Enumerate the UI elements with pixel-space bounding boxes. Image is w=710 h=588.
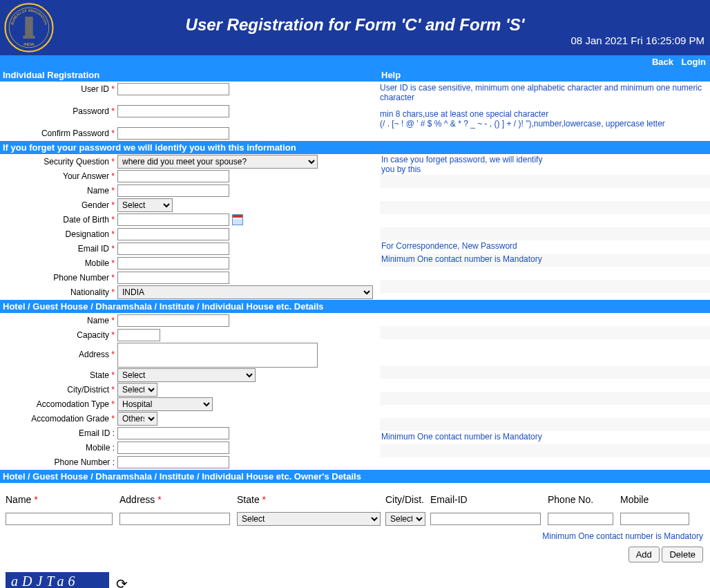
label-accgrade: Accomodation Grade *	[0, 414, 117, 424]
label-secq: Security Question *	[0, 157, 117, 167]
userid-input[interactable]	[117, 83, 229, 95]
email-input[interactable]	[117, 243, 229, 255]
label-state: State *	[0, 370, 117, 380]
label-acctype: Accomodation Type *	[0, 399, 117, 409]
owner-address-input[interactable]	[119, 513, 230, 525]
acctype-select[interactable]: Hospital	[117, 397, 213, 411]
capacity-input[interactable]	[117, 329, 160, 341]
mobile-input[interactable]	[117, 257, 229, 269]
gov-emblem-logo: BUREAU OF IMMIGRATION INDIA	[4, 3, 54, 53]
svg-rect-3	[23, 36, 35, 39]
section-registration: Individual Registration	[0, 68, 378, 82]
help-column-hotel: Minimum One contact number is Mandatory	[378, 313, 710, 457]
label-password: Password *	[0, 106, 117, 116]
phone-input[interactable]	[117, 272, 229, 284]
owner-email-input[interactable]	[430, 513, 541, 525]
gender-select[interactable]: Select	[117, 198, 173, 212]
calendar-icon[interactable]	[232, 214, 243, 225]
label-userid: User ID *	[0, 84, 117, 94]
label-dob: Date of Birth *	[0, 215, 117, 225]
address-textarea[interactable]	[117, 343, 318, 368]
designation-input[interactable]	[117, 228, 229, 240]
server-time: 08 Jan 2021 Fri 16:25:09 PM	[571, 35, 704, 46]
label-phone: Phone Number *	[0, 273, 117, 283]
captcha-area: aDJTa6 ⟳ Type the code shown above:	[0, 565, 710, 588]
help-userid: User ID is case sensitive, minimum one a…	[380, 82, 710, 104]
page-title: User Registration for Form 'C' and Form …	[0, 0, 710, 35]
captcha-image: aDJTa6	[6, 572, 109, 588]
hotel-email-input[interactable]	[117, 427, 229, 439]
owner-phone-input[interactable]	[548, 513, 613, 525]
help-email: For Correspondence, New Password	[380, 240, 710, 254]
owner-mobile-input[interactable]	[620, 513, 689, 525]
owner-header-row: Name * Address * State * City/Dist. Emai…	[0, 490, 710, 509]
owner-note: Minimum One contact number is Mandatory	[0, 529, 710, 544]
owner-name-input[interactable]	[6, 513, 113, 525]
help-security: In case you forget password, we will ide…	[380, 154, 710, 175]
delete-button[interactable]: Delete	[662, 547, 703, 562]
password-input[interactable]	[117, 105, 229, 117]
name-input[interactable]	[117, 184, 229, 197]
label-address: Address *	[0, 343, 117, 359]
nationality-select[interactable]: INDIA	[117, 285, 373, 299]
answer-input[interactable]	[117, 170, 229, 182]
login-link[interactable]: Login	[682, 57, 706, 67]
label-hotel-mobile: Mobile :	[0, 443, 117, 453]
accgrade-select[interactable]: Others	[117, 412, 157, 426]
refresh-icon[interactable]: ⟳	[116, 576, 128, 588]
back-link[interactable]: Back	[652, 57, 673, 67]
help-password: min 8 chars,use at least one special cha…	[380, 108, 710, 130]
dob-input[interactable]	[117, 214, 229, 226]
label-gender: Gender *	[0, 200, 117, 210]
state-select[interactable]: Select	[117, 368, 256, 382]
confirm-password-input[interactable]	[117, 127, 229, 140]
section-security: If you forget your password we will iden…	[0, 141, 710, 154]
label-nationality: Nationality *	[0, 287, 117, 297]
label-answer: Your Answer *	[0, 171, 117, 181]
help-hotel-mobile: Minimum One contact number is Mandatory	[380, 431, 710, 444]
hotel-mobile-input[interactable]	[117, 442, 229, 454]
banner: BUREAU OF IMMIGRATION INDIA User Registr…	[0, 0, 710, 55]
label-hotel-email: Email ID :	[0, 428, 117, 438]
section-help: Help	[378, 68, 710, 82]
label-confirm: Confirm Password *	[0, 129, 117, 138]
add-button[interactable]: Add	[629, 547, 660, 562]
label-mobile: Mobile *	[0, 258, 117, 268]
label-name: Name *	[0, 186, 117, 196]
svg-rect-2	[25, 17, 33, 37]
topbar: Back Login	[0, 55, 710, 68]
security-question-select[interactable]: where did you meet your spouse?	[117, 155, 318, 169]
section-hotel: Hotel / Guest House / Dharamshala / Inst…	[0, 300, 710, 313]
owner-table: Name * Address * State * City/Dist. Emai…	[0, 490, 710, 565]
hotel-phone-input[interactable]	[117, 456, 229, 468]
label-designation: Designation *	[0, 229, 117, 239]
section-owner: Hotel / Guest House / Dharamshala / Inst…	[0, 470, 710, 483]
help-column-security: In case you forget password, we will ide…	[378, 154, 710, 293]
owner-row: Select Select	[0, 509, 710, 529]
label-hotel-name: Name *	[0, 316, 117, 325]
label-city: City/District *	[0, 385, 117, 395]
owner-state-select[interactable]: Select	[237, 512, 381, 526]
svg-text:INDIA: INDIA	[23, 42, 34, 46]
owner-city-select[interactable]: Select	[385, 512, 425, 526]
label-capacity: Capacity *	[0, 330, 117, 340]
city-select[interactable]: Select	[117, 383, 157, 397]
hotel-name-input[interactable]	[117, 314, 229, 327]
label-hotel-phone: Phone Number :	[0, 457, 117, 467]
help-mobile: Minimum One contact number is Mandatory	[380, 254, 710, 267]
label-email: Email ID *	[0, 244, 117, 254]
